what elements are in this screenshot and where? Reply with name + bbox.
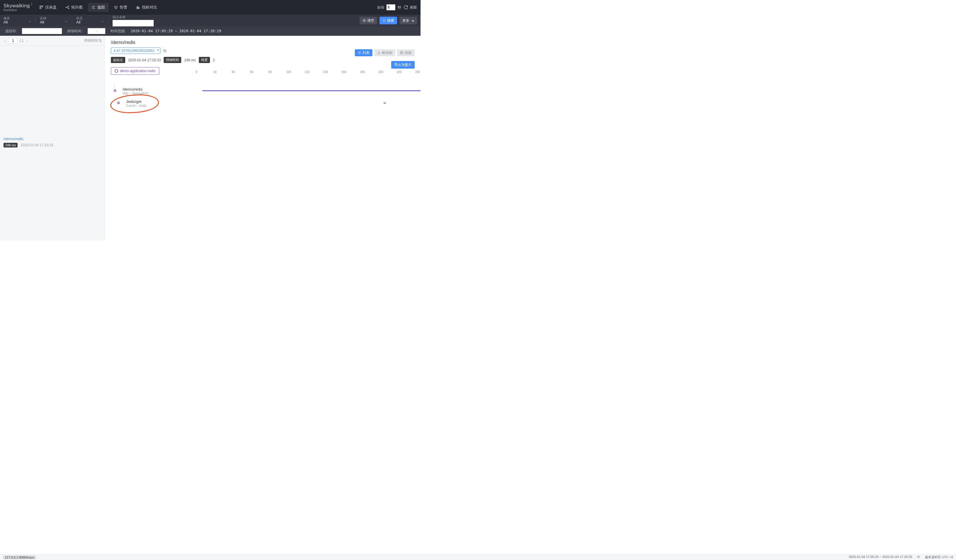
trace-list-pane: ‹ / 1 › 持续时间 ⇅ /demo/redis 248 ms 2020-0… [0,36,105,241]
svg-point-14 [379,52,379,52]
tree-icon [377,51,381,55]
timeline-ruler: 020406080100120140160180200220240 [197,70,418,74]
service-ring-icon [115,69,118,73]
more-button[interactable]: 更多 [399,17,417,24]
span-sub: Cache – Jedis [126,104,147,107]
filter-state[interactable]: 状态 All ⌄ [76,17,108,25]
search-icon [382,19,386,22]
view-label: 树结构 [382,50,392,55]
sort-dropdown[interactable]: 持续时间 ⇅ [84,38,102,43]
clear-label: 清空 [367,18,374,23]
svg-point-16 [379,53,380,54]
view-label: 列表 [362,50,370,55]
svg-point-4 [68,6,69,6]
filter-actions: 清空 搜索 更多 [360,17,417,24]
copy-icon[interactable] [163,49,167,53]
trace-timestamp: 2020-01-04 17:20:33 [20,143,53,147]
span-node-icon [114,90,116,92]
auto-interval-input[interactable] [387,5,395,10]
tab-label: 追踪 [97,5,105,10]
tab-trace[interactable]: 追踪 [88,3,108,12]
filter-value: All [3,20,31,25]
span-tree: /demo/redis Http – SpringMVC Jedis/get C… [111,85,415,110]
refresh-button[interactable]: 刷新 [404,5,417,10]
export-image-button[interactable]: 导出为图片 [391,61,415,69]
traceid-label: 追踪ID: [5,29,17,34]
page-input[interactable] [8,38,17,44]
ruler-tick: 40 [232,70,235,74]
filter-value: All [40,20,68,25]
svg-rect-2 [40,8,41,9]
span-row[interactable]: /demo/redis Http – SpringMVC [111,85,415,98]
ruler-tick: 20 [213,70,216,74]
span-sub: Http – SpringMVC [123,91,149,95]
filter-service[interactable]: 服务 All ⌄ [3,17,36,25]
brand-name: Skywalking) [3,3,30,8]
chevron-up-icon [412,20,414,21]
view-label: 表格 [405,50,412,55]
clear-button[interactable]: 清空 [360,17,377,24]
topbar-right: 自动 秒 刷新 [377,5,417,10]
auto-label: 自动 [377,5,384,10]
list-icon [358,51,361,55]
duration-label: 持续时间: [67,29,82,34]
tab-topology[interactable]: 拓扑图 [62,3,86,12]
auto-unit: 秒 [398,5,401,10]
filter-value: All [76,20,104,25]
compare-icon [136,5,140,9]
view-table-button[interactable]: 表格 [397,49,415,56]
trace-list-head: ‹ / 1 › 持续时间 ⇅ [0,36,105,46]
filter-bar-2: 追踪ID: 持续时间: 时间范围: 2020-01-04 17:05:29 ~ … [0,27,420,36]
tab-label: 仪表盘 [45,5,57,10]
ruler-tick: 120 [305,70,310,74]
svg-rect-7 [137,7,137,9]
search-button[interactable]: 搜索 [379,17,397,24]
filter-label: 服务 [3,17,31,20]
view-list-button[interactable]: 列表 [355,49,373,56]
svg-rect-0 [40,6,41,7]
spans-value: 2 [213,58,215,62]
ruler-tick: 80 [269,70,272,74]
duration-input[interactable] [88,28,105,34]
span-duration-bar [384,102,386,104]
filter-label: 实例 [40,17,68,20]
span-row[interactable]: Jedis/get Cache – Jedis [111,98,415,110]
page-prev[interactable]: ‹ [3,38,6,43]
span-name: /demo/redis [123,87,149,91]
ruler-tick: 0 [196,70,197,74]
search-label: 搜索 [387,18,394,23]
traceid-input[interactable] [22,28,62,34]
span-node-icon [117,102,120,104]
span-labels: Jedis/get Cache – Jedis [126,99,147,107]
nav-tabs: 仪表盘 拓扑图 追踪 告警 指标对比 [36,3,161,12]
filter-instance[interactable]: 实例 All ⌄ [40,17,72,25]
view-tree-button[interactable]: 树结构 [374,49,395,56]
traceid-select[interactable]: 4.47.15781296336320001 [111,47,160,54]
svg-point-11 [383,20,385,21]
view-switch: 列表 树结构 表格 [355,49,415,56]
tab-dashboard[interactable]: 仪表盘 [36,3,60,12]
refresh-icon [404,5,408,10]
svg-rect-9 [139,8,139,9]
filter-label: 端点名称 [113,15,154,19]
more-label: 更多 [403,18,409,23]
brand: Skywalking) Rocketbot [3,3,30,12]
trace-list-item[interactable]: /demo/redis 248 ms 2020-01-04 17:20:33 [0,134,105,150]
trace-endpoint: /demo/redis [3,137,101,141]
refresh-label: 刷新 [410,5,417,10]
timerange-label: 时间范围: [110,29,126,34]
service-pill[interactable]: demo-application-redis [111,67,159,75]
svg-point-3 [66,7,66,8]
span-duration-bar [202,90,420,91]
span-name: Jedis/get [126,99,147,104]
tab-alarm[interactable]: 告警 [110,3,131,12]
tab-label: 告警 [120,5,127,10]
page-total: / 1 [19,38,24,43]
tab-compare[interactable]: 指标对比 [132,3,161,12]
table-icon [400,51,404,55]
endpoint-input[interactable] [113,20,154,27]
span-labels: /demo/redis Http – SpringMVC [123,87,149,95]
trace-detail-pane: /demo/redis 4.47.15781296336320001 起始点 2… [105,36,420,241]
page-next[interactable]: › [25,38,29,43]
service-name: demo-application-redis [120,69,156,73]
